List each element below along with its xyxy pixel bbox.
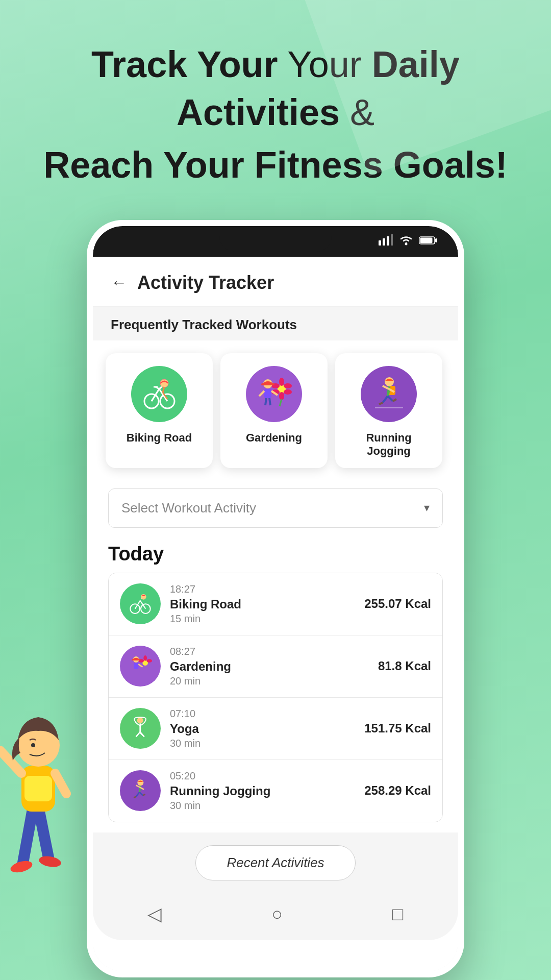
- gardening-duration: 20 min: [170, 675, 369, 687]
- svg-point-52: [143, 655, 147, 661]
- svg-point-23: [284, 389, 292, 395]
- phone-mockup: ← Activity Tracker Frequently Tracked Wo…: [87, 220, 464, 977]
- activity-info-yoga: 07:10 Yoga 30 min: [170, 708, 355, 749]
- svg-line-31: [259, 391, 264, 396]
- activity-item-yoga[interactable]: 07:10 Yoga 30 min 151.75 Kcal: [109, 698, 442, 760]
- biking-label: Biking Road: [116, 431, 203, 445]
- yoga-time: 07:10: [170, 708, 355, 720]
- biking-name: Biking Road: [170, 597, 355, 611]
- today-header: Today: [108, 543, 443, 565]
- nav-recents-button[interactable]: □: [392, 903, 404, 925]
- gardening-name: Gardening: [170, 659, 369, 674]
- app-title: Activity Tracker: [137, 272, 274, 293]
- svg-line-66: [136, 786, 140, 788]
- svg-line-72: [23, 806, 33, 863]
- today-section: Today: [93, 538, 458, 832]
- svg-line-58: [138, 665, 142, 667]
- workout-cards-row: Biking Road: [93, 348, 458, 478]
- svg-point-59: [137, 718, 143, 724]
- biking-duration: 15 min: [170, 613, 355, 625]
- activity-item-running[interactable]: 05:20 Running Jogging 30 min 258.29 Kcal: [109, 760, 442, 822]
- biking-kcal: 255.07 Kcal: [364, 597, 431, 611]
- biking-time: 18:27: [170, 583, 355, 595]
- activity-item-biking[interactable]: 18:27 Biking Road 15 min 255.07 Kcal: [109, 573, 442, 635]
- recent-activities-button[interactable]: Recent Activities: [195, 845, 355, 880]
- svg-rect-2: [387, 236, 389, 246]
- gardening-label: Gardening: [231, 431, 317, 445]
- svg-rect-30: [264, 389, 271, 398]
- workout-card-running[interactable]: Running Jogging: [335, 353, 442, 468]
- hero-line1: Track Your Your Daily Activities &: [31, 41, 520, 136]
- svg-line-27: [280, 399, 282, 406]
- phone-outer: ← Activity Tracker Frequently Tracked Wo…: [87, 220, 464, 977]
- gardening-kcal: 81.8 Kcal: [378, 659, 431, 673]
- running-time: 05:20: [170, 770, 355, 782]
- recent-btn-container: Recent Activities: [93, 832, 458, 893]
- svg-line-61: [136, 732, 140, 737]
- svg-line-41: [388, 396, 393, 401]
- yoga-name: Yoga: [170, 722, 355, 736]
- svg-point-21: [279, 378, 284, 386]
- notch: [219, 226, 332, 252]
- svg-point-75: [38, 854, 62, 868]
- svg-rect-56: [132, 659, 140, 661]
- svg-point-45: [130, 604, 140, 614]
- svg-line-69: [139, 792, 143, 796]
- activity-avatar-yoga: [120, 708, 161, 749]
- svg-line-33: [265, 398, 266, 405]
- phone-inner: ← Activity Tracker Frequently Tracked Wo…: [93, 226, 458, 971]
- yoga-kcal: 151.75 Kcal: [364, 721, 431, 736]
- svg-point-22: [284, 383, 292, 388]
- svg-point-17: [160, 379, 168, 387]
- bottom-nav: ◁ ○ □: [93, 893, 458, 940]
- svg-line-70: [134, 797, 136, 798]
- running-name: Running Jogging: [170, 784, 355, 798]
- activity-info-gardening: 08:27 Gardening 20 min: [170, 646, 369, 687]
- svg-rect-0: [379, 240, 381, 246]
- svg-line-43: [393, 399, 396, 401]
- svg-line-68: [136, 792, 140, 797]
- activity-info-biking: 18:27 Biking Road 15 min: [170, 583, 355, 625]
- svg-point-83: [31, 743, 35, 747]
- nav-back-button[interactable]: ◁: [147, 903, 162, 925]
- workout-cards-wrapper: Biking Road: [93, 340, 458, 478]
- back-button[interactable]: ←: [111, 273, 127, 292]
- gardening-time: 08:27: [170, 646, 369, 657]
- status-icons: [379, 234, 438, 249]
- wifi-icon: [399, 234, 413, 249]
- status-bar: [93, 226, 458, 257]
- activity-avatar-biking: [120, 583, 161, 624]
- activity-avatar-running: [120, 770, 161, 811]
- dropdown-arrow-icon: ▾: [424, 501, 430, 514]
- yoga-duration: 30 min: [170, 738, 355, 749]
- svg-line-18: [163, 387, 164, 393]
- activity-avatar-gardening: [120, 646, 161, 687]
- workout-card-biking[interactable]: Biking Road: [106, 353, 213, 468]
- svg-line-42: [379, 403, 383, 404]
- signal-icon: [379, 234, 393, 249]
- running-duration: 30 min: [170, 800, 355, 812]
- svg-line-40: [383, 396, 388, 403]
- svg-rect-57: [134, 663, 138, 669]
- svg-point-50: [141, 594, 146, 600]
- svg-line-38: [383, 386, 389, 389]
- svg-point-4: [405, 242, 408, 245]
- activity-list: 18:27 Biking Road 15 min 255.07 Kcal: [108, 573, 443, 822]
- svg-point-46: [141, 604, 151, 614]
- app-content: ← Activity Tracker Frequently Tracked Wo…: [93, 257, 458, 971]
- svg-point-24: [279, 392, 284, 400]
- hero-line2: Reach Your Fitness Goals!: [31, 141, 520, 189]
- character-illustration: [0, 694, 87, 888]
- workout-activity-dropdown[interactable]: Select Workout Activity ▾: [108, 488, 443, 528]
- running-label: Running Jogging: [345, 431, 432, 458]
- dropdown-container: Select Workout Activity ▾: [93, 478, 458, 538]
- activity-item-gardening[interactable]: 08:27 Gardening 20 min 81.8 Kcal: [109, 635, 442, 698]
- app-header: ← Activity Tracker: [93, 257, 458, 307]
- biking-icon: [131, 366, 187, 422]
- workout-card-gardening[interactable]: Gardening: [220, 353, 328, 468]
- svg-point-64: [137, 780, 143, 786]
- svg-rect-7: [435, 238, 437, 242]
- svg-rect-3: [391, 234, 393, 246]
- hero-section: Track Your Your Daily Activities & Reach…: [0, 0, 551, 210]
- nav-home-button[interactable]: ○: [271, 903, 283, 925]
